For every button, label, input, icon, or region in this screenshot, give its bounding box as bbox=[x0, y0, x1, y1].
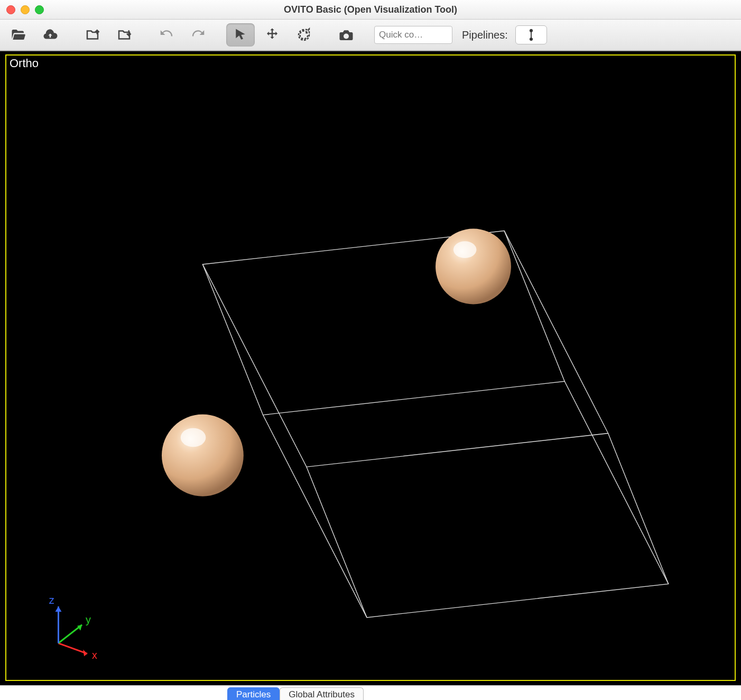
folder-up-icon bbox=[85, 27, 100, 43]
svg-point-10 bbox=[453, 241, 477, 258]
folder-down-icon bbox=[116, 27, 132, 43]
tab-particles[interactable]: Particles bbox=[227, 687, 280, 700]
toolbar: Pipelines: bbox=[0, 20, 741, 51]
axis-y-label: y bbox=[86, 614, 91, 625]
snapshot-button[interactable] bbox=[332, 23, 360, 47]
cursor-icon bbox=[233, 27, 248, 43]
svg-line-5 bbox=[202, 264, 263, 415]
rotate-icon bbox=[296, 27, 312, 43]
svg-marker-18 bbox=[55, 606, 62, 612]
svg-line-13 bbox=[59, 643, 88, 654]
svg-point-9 bbox=[436, 229, 511, 305]
pipeline-icon bbox=[526, 28, 536, 42]
quick-command-input[interactable] bbox=[374, 26, 452, 44]
svg-point-11 bbox=[162, 415, 244, 496]
redo-icon bbox=[190, 27, 206, 43]
cloud-download-icon bbox=[42, 27, 58, 43]
minimize-window-button[interactable] bbox=[21, 5, 30, 14]
titlebar: OVITO Basic (Open Visualization Tool) bbox=[0, 0, 741, 20]
viewport-active-frame: Ortho bbox=[5, 54, 736, 681]
svg-marker-4 bbox=[263, 381, 669, 618]
axis-z-label: z bbox=[49, 594, 54, 606]
pipeline-selector[interactable] bbox=[515, 25, 547, 44]
svg-line-7 bbox=[608, 434, 669, 584]
particle bbox=[162, 415, 244, 496]
folder-open-icon bbox=[11, 27, 26, 43]
redo-button[interactable] bbox=[184, 23, 212, 47]
tab-global-attributes[interactable]: Global Attributes bbox=[280, 687, 364, 700]
svg-point-1 bbox=[530, 38, 532, 40]
move-icon bbox=[264, 27, 280, 43]
pipelines-label: Pipelines: bbox=[462, 29, 508, 41]
zoom-window-button[interactable] bbox=[35, 5, 44, 14]
orientation-tripod: x y z bbox=[49, 594, 97, 661]
rotate-tool-button[interactable] bbox=[290, 23, 318, 47]
traffic-lights bbox=[6, 5, 44, 14]
svg-marker-3 bbox=[202, 231, 608, 467]
data-tabs: Particles Global Attributes bbox=[0, 685, 741, 700]
svg-point-0 bbox=[530, 29, 532, 32]
svg-line-8 bbox=[307, 467, 367, 618]
window-title: OVITO Basic (Open Visualization Tool) bbox=[0, 4, 741, 15]
camera-icon bbox=[338, 27, 354, 43]
viewport-canvas: x y z bbox=[6, 56, 735, 680]
open-file-button[interactable] bbox=[4, 23, 33, 47]
move-tool-button[interactable] bbox=[258, 23, 286, 47]
export-button[interactable] bbox=[78, 23, 107, 47]
import-button[interactable] bbox=[110, 23, 138, 47]
undo-button[interactable] bbox=[152, 23, 181, 47]
axis-x-label: x bbox=[92, 649, 97, 661]
select-tool-button[interactable] bbox=[226, 23, 255, 47]
particle bbox=[436, 229, 511, 305]
download-button[interactable] bbox=[36, 23, 64, 47]
svg-line-6 bbox=[504, 231, 564, 381]
svg-point-12 bbox=[181, 428, 206, 447]
simulation-cell-wireframe bbox=[202, 231, 668, 617]
undo-icon bbox=[159, 27, 174, 43]
viewport[interactable]: Ortho bbox=[0, 51, 741, 685]
close-window-button[interactable] bbox=[6, 5, 15, 14]
